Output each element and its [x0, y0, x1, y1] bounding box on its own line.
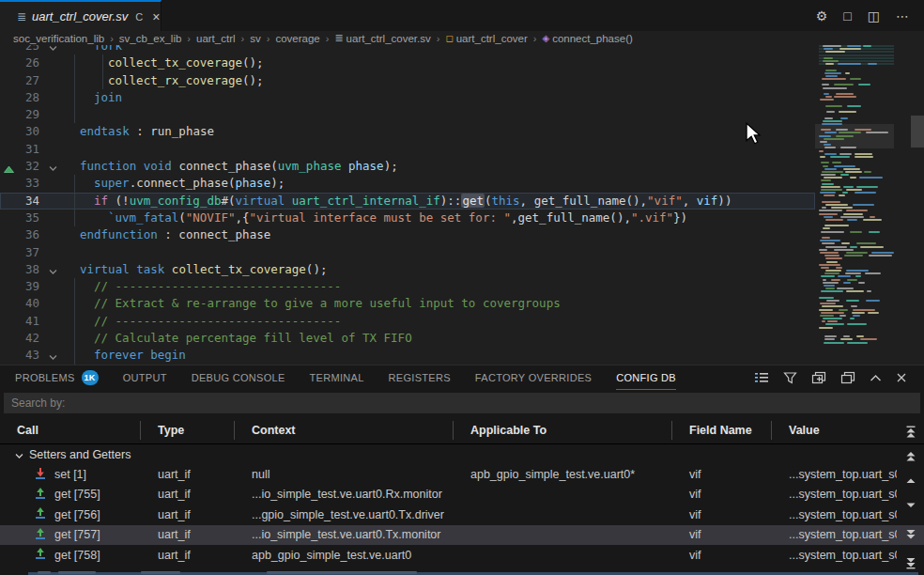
editor-scrollbar-thumb[interactable]: [911, 116, 924, 148]
minimap-line: [819, 57, 894, 59]
page-down-icon[interactable]: [901, 527, 920, 542]
minimap-line: [819, 294, 894, 296]
minimap-token: [824, 216, 834, 218]
column-header-type[interactable]: Type: [141, 421, 235, 440]
code-line-27[interactable]: 27collect_rx_coverage();: [0, 72, 815, 89]
minimap-token: [869, 231, 880, 233]
breadcrumb-item-uart-ctrl[interactable]: uart_ctrl: [196, 33, 236, 44]
table-row-get-757[interactable]: get [757]uart_if...io_simple_test.ve.uar…: [0, 525, 924, 545]
restore-window-icon[interactable]: □: [843, 8, 851, 23]
code-line-38[interactable]: 38virtual task collect_tx_coverage();: [0, 261, 815, 278]
breadcrumb-item-uart-ctrl-cover[interactable]: ◻uart_ctrl_cover: [445, 33, 527, 44]
scroll-to-top-icon[interactable]: [901, 424, 920, 439]
minimap-line: [819, 153, 894, 155]
code-line-28[interactable]: 28join: [0, 89, 815, 106]
table-row-get-756[interactable]: get [756]uart_if...gpio_simple_test.ve.u…: [0, 505, 924, 524]
minimap-token: [824, 72, 841, 74]
page-up-icon[interactable]: [901, 449, 920, 464]
duplicate-panel-icon[interactable]: [840, 371, 855, 384]
table-row-set-1[interactable]: set [1]uart_ifnullapb_gpio_simple_test.v…: [0, 464, 924, 484]
breadcrumb-label: soc_verification_lib: [13, 33, 104, 44]
cell-call: get [758]: [0, 547, 141, 563]
minimap-token: [855, 156, 873, 158]
tab-uart-ctrl-cover[interactable]: ≣ uart_ctrl_cover.sv C ×: [0, 0, 162, 31]
settings-gear-icon[interactable]: ⚙: [816, 8, 828, 23]
panel-tab-factory-overrides[interactable]: FACTORY OVERRIDES: [475, 365, 592, 390]
minimap-token: [839, 315, 846, 317]
minimap-token: [846, 252, 868, 254]
fold-chevron-icon[interactable]: [49, 348, 57, 365]
breadcrumb-item-soc-verification-lib[interactable]: soc_verification_lib: [13, 33, 104, 44]
minimap-line: [819, 93, 894, 95]
code-line-36[interactable]: 36endfunction : connect_phase: [0, 226, 815, 243]
code-line-40[interactable]: 40// Extract & re-arrange to give a more…: [0, 295, 815, 312]
search-input[interactable]: [4, 393, 920, 413]
code-editor[interactable]: 25fork26collect_tx_coverage();27collect_…: [0, 45, 924, 365]
scroll-to-bottom-icon[interactable]: [901, 555, 920, 570]
open-new-panel-icon[interactable]: [811, 371, 826, 384]
minimap-token: [847, 323, 868, 325]
close-panel-icon[interactable]: [896, 372, 907, 383]
code-line-43[interactable]: 43forever begin: [0, 347, 815, 364]
minimap-token: [820, 156, 825, 158]
group-row-setters-and-getters[interactable]: Setters and Getters: [0, 444, 924, 464]
panel-tab-problems[interactable]: PROBLEMS1K: [15, 365, 99, 390]
minimap-token: [870, 216, 875, 218]
breadcrumb-item-uart-ctrl-cover-sv[interactable]: ≣uart_ctrl_cover.sv: [334, 32, 430, 44]
minimap-token: [856, 186, 878, 188]
breadcrumb-item-sv-cb-ex-lib[interactable]: sv_cb_ex_lib: [119, 33, 181, 44]
code-line-39[interactable]: 39// --------------------------------: [0, 278, 815, 295]
call-label: get [755]: [54, 488, 100, 501]
filter-icon[interactable]: [783, 371, 797, 384]
code-line-37[interactable]: 37: [0, 244, 815, 261]
maximize-panel-icon[interactable]: [870, 374, 882, 382]
panel-tab-output[interactable]: OUTPUT: [123, 365, 167, 390]
code-line-33[interactable]: 33super.connect_phase(phase);: [0, 175, 815, 192]
minimap-line: [819, 117, 894, 119]
column-header-field-name[interactable]: Field Name: [672, 421, 772, 440]
minimap[interactable]: [815, 45, 894, 365]
minimap-token: [823, 120, 842, 122]
code-line-25[interactable]: 25fork: [0, 45, 815, 54]
panel-tab-registers[interactable]: REGISTERS: [389, 365, 451, 390]
panel-tab-terminal[interactable]: TERMINAL: [310, 365, 364, 390]
minimap-token: [847, 105, 861, 107]
column-header-value[interactable]: Value: [772, 421, 897, 440]
breadcrumb-item-coverage[interactable]: coverage: [275, 33, 319, 44]
minimap-token: [850, 78, 861, 80]
close-tab-icon[interactable]: ×: [152, 9, 160, 24]
code-line-30[interactable]: 30endtask : run_phase: [0, 123, 815, 140]
minimap-line: [819, 183, 894, 185]
code-line-32[interactable]: 32function void connect_phase(uvm_phase …: [0, 158, 815, 175]
fold-chevron-icon[interactable]: [49, 159, 57, 176]
minimap-token: [834, 165, 855, 167]
fold-chevron-icon[interactable]: [49, 262, 57, 279]
editor-scrollbar[interactable]: [894, 45, 924, 365]
minimap-line: [819, 246, 894, 248]
minimap-token: [820, 303, 836, 304]
code-line-26[interactable]: 26collect_tx_coverage();: [0, 54, 815, 71]
breadcrumb-item-connect-phase-[interactable]: ◈connect_phase(): [542, 33, 632, 44]
code-line-29[interactable]: 29: [0, 106, 815, 123]
more-actions-icon[interactable]: ⋯: [896, 8, 909, 23]
column-header-context[interactable]: Context: [235, 421, 454, 440]
minimap-token: [824, 335, 837, 337]
column-header-applicable-to[interactable]: Applicable To: [454, 421, 672, 440]
minimap-token: [819, 210, 842, 211]
table-row-get-758[interactable]: get [758]uart_ifapb_gpio_simple_test.ve.…: [0, 545, 924, 565]
column-header-call[interactable]: Call: [0, 421, 141, 440]
table-row-get-755[interactable]: get [755]uart_if...io_simple_test.ve.uar…: [0, 485, 924, 505]
panel-tab-debug-console[interactable]: DEBUG CONSOLE: [192, 365, 285, 390]
split-editor-icon[interactable]: ◫: [868, 8, 880, 23]
code-line-34[interactable]: 34if (!uvm_config_db#(virtual uart_ctrl_…: [0, 193, 815, 210]
code-line-42[interactable]: 42// Calculate percentage fill level of …: [0, 330, 815, 347]
code-line-35[interactable]: 35`uvm_fatal("NOVIF",{"virtual interface…: [0, 210, 815, 226]
line-down-icon[interactable]: [901, 498, 920, 513]
breadcrumb-item-sv[interactable]: sv: [250, 33, 261, 44]
line-up-icon[interactable]: [901, 474, 920, 489]
indent-guide: [74, 295, 75, 312]
view-as-list-icon[interactable]: [754, 371, 769, 384]
code-line-31[interactable]: 31: [0, 141, 815, 158]
panel-tab-config-db[interactable]: CONFIG DB: [616, 365, 676, 390]
code-line-41[interactable]: 41// --------------------------------: [0, 313, 815, 330]
